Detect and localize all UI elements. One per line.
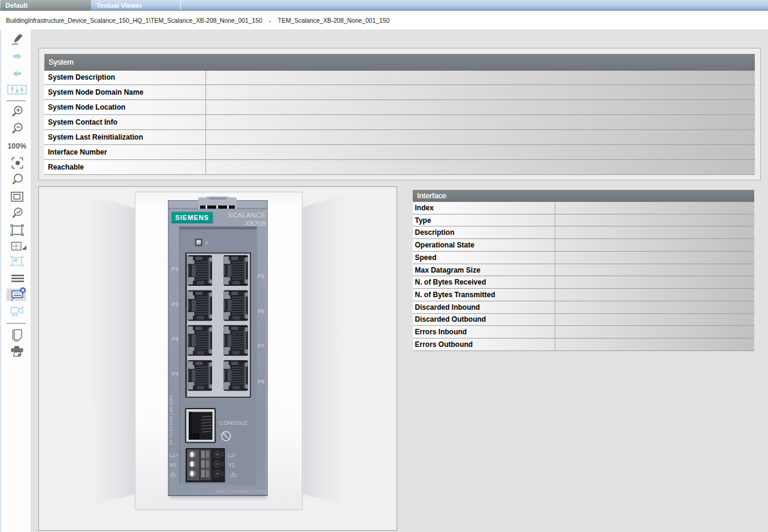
svg-text:P3: P3 <box>172 335 179 342</box>
svg-text:P4: P4 <box>172 370 179 377</box>
svg-text:L1+: L1+ <box>170 452 179 458</box>
svg-text:SCALANCE: SCALANCE <box>228 211 265 219</box>
svg-text:P6: P6 <box>258 308 265 315</box>
svg-text:XB208: XB208 <box>245 220 266 227</box>
svg-text:F: F <box>205 240 209 246</box>
svg-text:P2: P2 <box>172 301 179 307</box>
svg-text:SIEMENS: SIEMENS <box>175 214 209 221</box>
svg-text:V2: V2 <box>228 462 235 468</box>
svg-text:P1: P1 <box>172 265 179 272</box>
svg-text:M1: M1 <box>170 462 177 468</box>
svg-text:100%: 100% <box>7 142 26 150</box>
svg-text:P8: P8 <box>258 378 265 385</box>
svg-text:6GK5 208-0BA00-2TB2: 6GK5 208-0BA00-2TB2 <box>215 489 265 494</box>
svg-text:CONSOLE: CONSOLE <box>220 420 248 426</box>
svg-text:L2+: L2+ <box>228 452 237 458</box>
svg-text:P1 TO P8 FOR LAN ONLY: P1 TO P8 FOR LAN ONLY <box>169 394 173 445</box>
svg-text:P5: P5 <box>258 273 265 279</box>
svg-text:P7: P7 <box>258 343 265 349</box>
